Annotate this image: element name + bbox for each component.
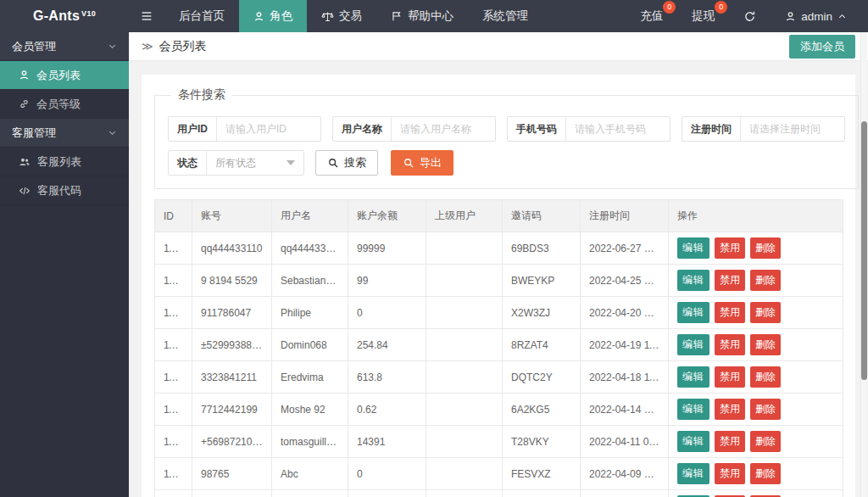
edit-button[interactable]: 编辑 xyxy=(677,270,709,291)
nav-item-label: 帮助中心 xyxy=(408,8,453,24)
nav-item-1[interactable]: 角色 xyxy=(239,0,307,32)
cell-actions: 编辑禁用删除刷新二维码… xyxy=(669,394,843,426)
disable-button[interactable]: 禁用 xyxy=(715,270,745,291)
cell-parent-user xyxy=(426,297,503,329)
user-name-input-label: 用户名称 xyxy=(333,117,392,141)
cell-account: ±529993886598 xyxy=(192,329,272,361)
disable-button[interactable]: 禁用 xyxy=(715,334,745,355)
user-icon xyxy=(253,11,264,22)
register-time-input[interactable] xyxy=(741,117,844,141)
sidebar-group-0[interactable]: 会员管理 xyxy=(0,32,129,61)
phone-input-group: 手机号码 xyxy=(507,116,670,142)
edit-button[interactable]: 编辑 xyxy=(677,431,709,452)
cell-id: 11589 xyxy=(155,490,192,497)
column-header: 账号 xyxy=(192,200,272,232)
edit-button[interactable]: 编辑 xyxy=(677,463,709,484)
hamburger-icon xyxy=(140,9,153,23)
column-header: 用户名 xyxy=(272,200,348,232)
column-header: ID xyxy=(155,200,192,232)
nav-item-2[interactable]: 交易 xyxy=(307,0,376,32)
menu-toggle-button[interactable] xyxy=(129,0,164,32)
cell-invite-code: BWEYKP xyxy=(503,265,581,297)
register-time-input-group: 注册时间 xyxy=(682,116,845,142)
refresh-button[interactable] xyxy=(729,0,771,32)
disable-button[interactable]: 禁用 xyxy=(715,237,745,259)
recharge-shortcut[interactable]: 充值0 xyxy=(626,0,677,32)
phone-input[interactable] xyxy=(566,117,670,141)
table-row: 11597qq444433110qq4444331109999969BDS320… xyxy=(155,232,843,265)
table-row: 11594±529993886598Domin068254.848RZAT420… xyxy=(155,329,843,361)
delete-button[interactable]: 删除 xyxy=(750,270,781,291)
disable-button[interactable]: 禁用 xyxy=(715,302,745,323)
user-menu[interactable]: admin xyxy=(771,0,861,32)
delete-button[interactable]: 删除 xyxy=(750,399,781,420)
delete-button[interactable]: 删除 xyxy=(750,302,781,323)
sidebar-item-service-code[interactable]: 客服代码 xyxy=(0,176,129,205)
sidebar-group-1[interactable]: 客服管理 xyxy=(0,119,129,148)
cell-id: 11594 xyxy=(155,329,192,361)
cell-invite-code: 6A2KG5 xyxy=(503,394,581,426)
app-logo[interactable]: G-AntsV10 xyxy=(0,0,129,32)
user-id-input[interactable] xyxy=(217,117,320,141)
delete-button[interactable]: 删除 xyxy=(750,366,781,388)
sidebar-item-label: 客服列表 xyxy=(37,154,81,170)
edit-button[interactable]: 编辑 xyxy=(677,302,709,323)
cell-invite-code: DQTC2Y xyxy=(503,361,581,394)
export-button[interactable]: 导出 xyxy=(391,150,453,176)
cell-actions: 编辑禁用删除刷新二维码… xyxy=(669,265,843,297)
table-row: 11595911786047Philipe0X2W3ZJ2022-04-20 0… xyxy=(155,297,843,329)
cell-parent-user xyxy=(426,265,503,297)
nav-item-0[interactable]: 后台首页 xyxy=(164,0,239,32)
table-row: 115969 8194 5529Sebastiangall...99BWEYKP… xyxy=(155,265,843,297)
delete-button[interactable]: 删除 xyxy=(750,431,781,452)
cell-balance: 0 xyxy=(348,458,426,490)
scrollbar-thumb[interactable] xyxy=(861,121,867,380)
member-list-card: 条件搜索 用户ID用户名称手机号码注册时间 状态 所有状态 搜索 xyxy=(142,75,855,497)
edit-button[interactable]: 编辑 xyxy=(677,334,709,355)
delete-button[interactable]: 删除 xyxy=(750,334,781,355)
cell-account: qq444433110 xyxy=(192,232,272,265)
withdraw-shortcut[interactable]: 提现0 xyxy=(677,0,729,32)
disable-button[interactable]: 禁用 xyxy=(715,431,745,452)
nav-item-label: 交易 xyxy=(339,8,362,24)
column-header: 操作 xyxy=(669,200,843,232)
edit-button[interactable]: 编辑 xyxy=(677,237,709,259)
cell-invite-code: X2W3ZJ xyxy=(503,297,581,329)
add-member-button[interactable]: 添加会员 xyxy=(789,35,855,59)
code-icon xyxy=(19,185,31,197)
status-selected-value: 所有状态 xyxy=(215,156,256,170)
disable-button[interactable]: 禁用 xyxy=(715,463,745,484)
user-name: admin xyxy=(801,10,832,23)
cell-parent-user xyxy=(426,394,503,426)
delete-button[interactable]: 删除 xyxy=(750,463,781,484)
delete-button[interactable]: 删除 xyxy=(750,237,781,259)
cell-invite-code: FESVXZ xyxy=(503,458,581,490)
status-select[interactable]: 所有状态 xyxy=(207,151,303,175)
table-row: 11589966083457Matiasvalerio105.3ABGLCW20… xyxy=(155,490,843,497)
edit-button[interactable]: 编辑 xyxy=(677,366,709,388)
search-button[interactable]: 搜索 xyxy=(315,150,378,176)
user-id-input-label: 用户ID xyxy=(169,117,217,141)
user-name-input[interactable] xyxy=(392,117,495,141)
sidebar-item-service-list[interactable]: 客服列表 xyxy=(0,148,129,176)
scrollbar[interactable] xyxy=(860,32,867,497)
column-header: 上级用户 xyxy=(426,200,503,232)
nav-item-3[interactable]: 帮助中心 xyxy=(376,0,468,32)
table-header-row: ID账号用户名账户余额上级用户邀请码注册时间操作 xyxy=(155,200,843,232)
edit-button[interactable]: 编辑 xyxy=(677,399,709,420)
cell-actions: 编辑禁用删除刷新二维码… xyxy=(669,458,843,490)
disable-button[interactable]: 禁用 xyxy=(715,366,745,388)
disable-button[interactable]: 禁用 xyxy=(715,399,745,420)
member-table: ID账号用户名账户余额上级用户邀请码注册时间操作11597qq444433110… xyxy=(154,199,843,497)
chevron-down-icon xyxy=(108,128,117,137)
navbar-right: 充值0提现0admin xyxy=(626,0,868,32)
nav-item-label: 系统管理 xyxy=(482,8,528,24)
cell-balance: 254.84 xyxy=(348,329,426,361)
nav-item-label: 角色 xyxy=(270,8,292,24)
sidebar-item-label: 会员等级 xyxy=(36,97,81,112)
sidebar-item-member-level[interactable]: 会员等级 xyxy=(0,90,129,119)
sidebar-item-member-list[interactable]: 会员列表 xyxy=(0,61,129,90)
nav-item-4[interactable]: 系统管理 xyxy=(468,0,542,32)
cell-balance: 613.8 xyxy=(348,361,426,394)
cell-actions: 编辑禁用删除刷新二维码… xyxy=(669,297,843,329)
